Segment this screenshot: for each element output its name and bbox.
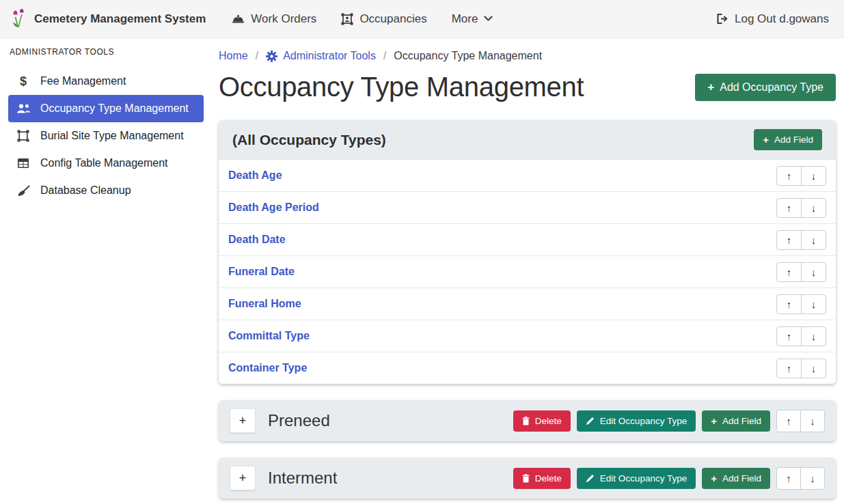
sidebar-item-label: Database Cleanup — [40, 184, 131, 197]
move-up-button[interactable]: ↑ — [776, 166, 802, 186]
edit-occupancy-type-label: Edit Occupancy Type — [600, 473, 687, 484]
nav-more[interactable]: More — [452, 12, 493, 26]
nav-occupancies[interactable]: Occupancies — [341, 12, 426, 26]
nav-occupancies-label: Occupancies — [359, 12, 426, 26]
move-up-button[interactable]: ↑ — [776, 294, 802, 314]
brand-link[interactable]: Cemetery Management System — [11, 9, 206, 29]
breadcrumb-separator: / — [256, 50, 258, 62]
trash-icon — [522, 417, 530, 425]
add-field-button[interactable]: + Add Field — [702, 410, 770, 432]
expand-button[interactable]: + — [230, 466, 256, 490]
sidebar-item-label: Config Table Management — [40, 157, 168, 169]
gear-icon — [266, 51, 277, 62]
field-row: Container Type ↑ ↓ — [219, 352, 836, 384]
breadcrumb-home-link[interactable]: Home — [219, 50, 248, 62]
move-down-button[interactable]: ↓ — [801, 262, 826, 282]
move-down-button[interactable]: ↓ — [800, 410, 825, 432]
field-link-funeral-home[interactable]: Funeral Home — [228, 298, 301, 310]
move-up-button[interactable]: ↑ — [776, 326, 802, 346]
add-field-label: Add Field — [774, 135, 813, 145]
move-down-button[interactable]: ↓ — [801, 294, 826, 314]
breadcrumb: Home / — [219, 50, 836, 62]
move-up-button[interactable]: ↑ — [776, 359, 802, 378]
add-field-label: Add Field — [722, 473, 761, 484]
field-link-container-type[interactable]: Container Type — [228, 362, 307, 374]
edit-occupancy-type-label: Edit Occupancy Type — [600, 416, 687, 426]
edit-occupancy-type-button[interactable]: Edit Occupancy Type — [577, 468, 696, 489]
reorder-controls: ↑ ↓ — [776, 326, 826, 346]
move-up-button[interactable]: ↑ — [776, 467, 801, 490]
users-icon — [15, 103, 31, 114]
sidebar-item-fee-management[interactable]: $ Fee Management — [8, 68, 204, 95]
move-up-button[interactable]: ↑ — [776, 230, 802, 250]
sidebar-item-database-cleanup[interactable]: Database Cleanup — [8, 177, 204, 204]
vector-square-icon — [15, 130, 31, 142]
field-link-death-age[interactable]: Death Age — [228, 169, 282, 182]
edit-occupancy-type-button[interactable]: Edit Occupancy Type — [577, 410, 696, 432]
dollar-icon: $ — [15, 74, 31, 89]
delete-label: Delete — [535, 416, 562, 426]
move-down-button[interactable]: ↓ — [801, 230, 826, 250]
chevron-down-icon — [484, 16, 493, 22]
sidebar-item-label: Fee Management — [40, 75, 126, 87]
logout-icon — [716, 13, 729, 25]
field-row: Funeral Home ↑ ↓ — [219, 288, 836, 320]
move-down-button[interactable]: ↓ — [801, 326, 826, 346]
all-occupancy-types-title: (All Occupancy Types) — [232, 132, 386, 148]
plus-icon: + — [763, 135, 769, 145]
nav-work-orders-label: Work Orders — [251, 12, 316, 26]
breadcrumb-admin-tools-link[interactable]: Administrator Tools — [266, 50, 376, 62]
field-row: Funeral Date ↑ ↓ — [219, 255, 836, 288]
reorder-controls: ↑ ↓ — [776, 262, 826, 282]
breadcrumb-current: Occupancy Type Management — [394, 50, 542, 62]
add-field-button[interactable]: + Add Field — [754, 129, 822, 150]
nav-work-orders[interactable]: Work Orders — [232, 12, 316, 26]
page-title: Occupancy Type Management — [219, 72, 584, 102]
plus-icon: + — [711, 473, 717, 484]
nav-more-label: More — [452, 12, 478, 26]
section-actions: Delete Edit Occupancy Type + Add Field ↑ — [513, 467, 825, 490]
all-occupancy-types-header: (All Occupancy Types) + Add Field — [219, 120, 836, 159]
field-link-death-age-period[interactable]: Death Age Period — [228, 201, 319, 214]
pencil-icon — [586, 474, 595, 483]
delete-button[interactable]: Delete — [513, 410, 571, 432]
pencil-icon — [586, 417, 595, 425]
field-link-death-date[interactable]: Death Date — [228, 234, 286, 246]
logout-label: Log Out d.gowans — [735, 12, 829, 26]
reorder-controls: ↑ ↓ — [776, 410, 825, 432]
plus-icon: + — [711, 416, 717, 426]
move-down-button[interactable]: ↓ — [801, 166, 826, 186]
move-up-button[interactable]: ↑ — [776, 410, 801, 432]
add-occupancy-type-button[interactable]: + Add Occupancy Type — [695, 74, 836, 101]
title-row: Occupancy Type Management + Add Occupanc… — [219, 72, 836, 102]
reorder-controls: ↑ ↓ — [776, 467, 825, 490]
sidebar-item-config-table-management[interactable]: Config Table Management — [8, 150, 204, 177]
sidebar-heading: ADMINISTRATOR TOOLS — [0, 40, 212, 68]
sidebar-item-occupancy-type-management[interactable]: Occupancy Type Management — [8, 95, 204, 122]
delete-button[interactable]: Delete — [513, 468, 571, 489]
tulip-logo-icon — [11, 9, 27, 29]
move-down-button[interactable]: ↓ — [800, 467, 825, 490]
field-link-funeral-date[interactable]: Funeral Date — [228, 266, 295, 278]
delete-label: Delete — [535, 473, 562, 484]
logout-link[interactable]: Log Out d.gowans — [716, 12, 829, 26]
add-field-label: Add Field — [722, 416, 761, 426]
reorder-controls: ↑ ↓ — [776, 359, 826, 378]
move-up-button[interactable]: ↑ — [776, 198, 802, 218]
section-name: Preneed — [268, 411, 513, 430]
move-down-button[interactable]: ↓ — [801, 198, 826, 218]
section-actions: Delete Edit Occupancy Type + Add Field ↑ — [513, 410, 825, 432]
top-navbar: Cemetery Management System Work Orders — [0, 0, 844, 38]
page-layout: ADMINISTRATOR TOOLS $ Fee Management Occ… — [0, 38, 844, 504]
brand-title: Cemetery Management System — [34, 12, 206, 26]
sidebar-item-burial-site-type-management[interactable]: Burial Site Type Management — [8, 122, 204, 150]
field-row: Death Date ↑ ↓ — [219, 223, 836, 255]
expand-button[interactable]: + — [230, 408, 256, 433]
move-down-button[interactable]: ↓ — [801, 359, 826, 378]
sidebar-item-label: Occupancy Type Management — [40, 102, 189, 115]
move-up-button[interactable]: ↑ — [776, 262, 802, 282]
field-link-committal-type[interactable]: Committal Type — [228, 330, 310, 342]
add-field-button[interactable]: + Add Field — [702, 468, 770, 489]
broom-icon — [15, 185, 31, 197]
reorder-controls: ↑ ↓ — [776, 294, 826, 314]
